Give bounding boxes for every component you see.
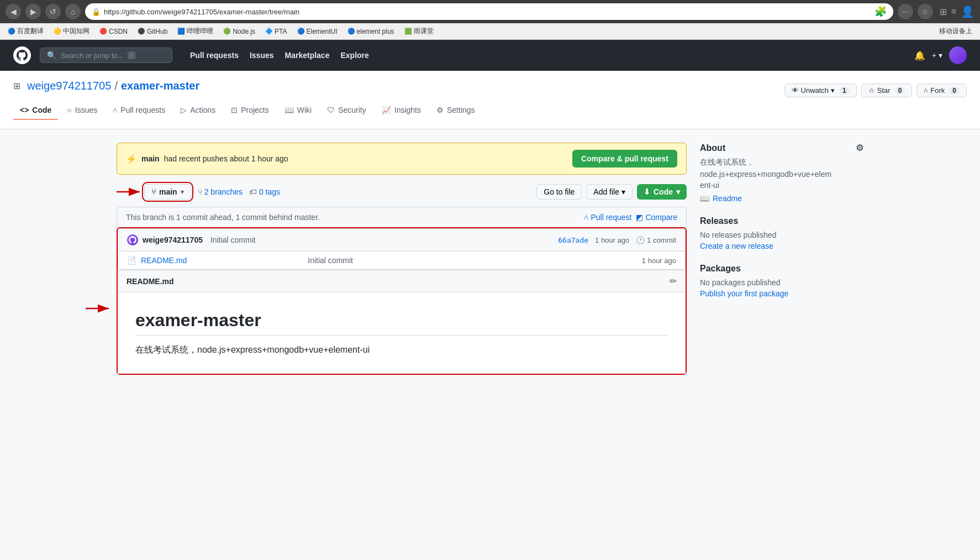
- bookmark-zhiwang[interactable]: 🟡 中国知网: [51, 25, 92, 37]
- branches-link[interactable]: ⑂ 2 branches: [198, 187, 243, 196]
- compare-link[interactable]: ◩ Compare: [636, 213, 677, 222]
- tab-projects[interactable]: ⊡ Projects: [224, 101, 276, 120]
- tab-settings[interactable]: ⚙ Settings: [430, 101, 482, 120]
- bookmark-yuketang[interactable]: 🟩 雨课堂: [402, 25, 436, 37]
- user-avatar[interactable]: [949, 46, 967, 64]
- branch-git-icon: ⑂: [151, 187, 156, 196]
- github-bm-icon: ⚫: [138, 28, 145, 35]
- security-tab-icon: 🛡: [327, 106, 335, 114]
- unwatch-button[interactable]: 👁 Unwatch ▾ 1: [784, 83, 857, 97]
- compare-pull-request-button[interactable]: Compare & pull request: [572, 150, 677, 168]
- bookmark-bilibili[interactable]: 🟦 哔哩哔哩: [175, 25, 215, 37]
- ahead-behind-actions: ⑃ Pull request ◩ Compare: [584, 213, 677, 222]
- branch-selector[interactable]: ⑂ main ▾: [144, 184, 191, 200]
- pull-request-link[interactable]: ⑃ Pull request: [584, 213, 631, 222]
- bookmark-pta[interactable]: 🔷 PTA: [263, 27, 289, 36]
- star-button[interactable]: ☆: [918, 4, 933, 19]
- home-button[interactable]: ⌂: [65, 4, 81, 19]
- bookmark-bilibili-label: 哔哩哔哩: [187, 27, 213, 36]
- pr-link-label: Pull request: [591, 213, 631, 222]
- star-icon: ☆: [868, 86, 875, 95]
- no-releases-text: No releases published: [700, 231, 863, 239]
- breadcrumb: ⊞ weige974211705 / examer-master: [13, 80, 199, 92]
- tags-link[interactable]: 🏷 0 tags: [249, 187, 280, 196]
- repo-header: ⊞ weige974211705 / examer-master 👁 Unwat…: [0, 71, 980, 129]
- repo-content: ⚡ main had recent pushes about 1 hour ag…: [117, 143, 687, 375]
- nav-marketplace[interactable]: Marketplace: [281, 48, 334, 63]
- commit-hash-link[interactable]: 66a7ade: [558, 236, 588, 244]
- about-gear-icon[interactable]: ⚙: [856, 143, 863, 153]
- bookmark-elementui[interactable]: 🔵 ElementUI: [295, 27, 340, 36]
- bookmark-baidu-label: 百度翻译: [17, 27, 44, 36]
- readme-edit-button[interactable]: ✏: [670, 276, 677, 286]
- files-readme-box: weige974211705 Initial commit 66a7ade 1 …: [117, 227, 687, 375]
- tab-code[interactable]: <> Code: [13, 101, 58, 120]
- tab-security[interactable]: 🛡 Security: [320, 101, 373, 120]
- tab-issues[interactable]: ○ Issues: [60, 101, 104, 120]
- menu-icon: ≡: [951, 7, 956, 17]
- add-file-button[interactable]: Add file ▾: [586, 184, 633, 200]
- commit-history-link[interactable]: 🕐 1 commit: [636, 236, 676, 244]
- about-section: About ⚙ 在线考试系统， node.js+express+mongodb+…: [700, 143, 863, 203]
- go-to-file-button[interactable]: Go to file: [536, 184, 582, 200]
- notification-bell[interactable]: 🔔: [914, 50, 925, 61]
- branch-arrow-wrapper: ⑂ main ▾: [117, 184, 191, 200]
- tab-issues-label: Issues: [75, 106, 97, 114]
- fork-button[interactable]: ⑃ Fork 0: [916, 83, 967, 97]
- bookmark-elementplus[interactable]: 🔵 element plus: [345, 27, 397, 36]
- search-box[interactable]: 🔍 Search or jump to... /: [40, 48, 172, 63]
- star-count: 0: [895, 87, 905, 95]
- alert-banner: ⚡ main had recent pushes about 1 hour ag…: [117, 143, 687, 175]
- tab-pull-requests[interactable]: ⑃ Pull requests: [106, 101, 172, 120]
- tab-wiki[interactable]: 📖 Wiki: [278, 101, 318, 120]
- commit-author-link[interactable]: weige974211705: [143, 235, 203, 244]
- nodejs-icon: 🟢: [223, 28, 231, 35]
- address-bar[interactable]: 🔒 https://github.com/weige974211705/exam…: [85, 3, 893, 20]
- repo-actions: 👁 Unwatch ▾ 1 ☆ Star 0 ⑃ Fork 0: [784, 83, 967, 97]
- back-button[interactable]: ◀: [6, 4, 21, 19]
- bookmark-csdn[interactable]: 🔴 CSDN: [97, 27, 130, 36]
- create-release-link[interactable]: Create a new release: [700, 242, 773, 250]
- tab-projects-label: Projects: [241, 106, 269, 114]
- ahead-behind-notice: This branch is 1 commit ahead, 1 commit …: [117, 207, 687, 227]
- forward-button[interactable]: ▶: [25, 4, 41, 19]
- sidebar-readme-link[interactable]: 📖 Readme: [700, 194, 863, 203]
- profile-icon[interactable]: 👤: [961, 5, 974, 18]
- about-label: About: [700, 143, 725, 153]
- repo-owner-link[interactable]: weige974211705: [27, 80, 111, 92]
- elementui-icon: 🔵: [297, 28, 305, 35]
- file-name-link[interactable]: README.md: [141, 256, 308, 265]
- bookmark-nodejs[interactable]: 🟢 Node.js: [221, 27, 257, 36]
- tab-wiki-label: Wiki: [297, 106, 312, 114]
- code-tab-icon: <>: [20, 106, 29, 114]
- alert-text: ⚡ main had recent pushes about 1 hour ag…: [126, 154, 288, 164]
- repo-name-link[interactable]: examer-master: [121, 80, 199, 92]
- code-button[interactable]: ⬇ Code ▾: [637, 184, 687, 200]
- wiki-tab-icon: 📖: [284, 106, 294, 114]
- commit-meta: 66a7ade 1 hour ago 🕐 1 commit: [558, 236, 676, 244]
- branch-chevron-icon: ▾: [181, 189, 184, 196]
- bookmark-github[interactable]: ⚫ GitHub: [135, 27, 170, 36]
- star-button[interactable]: ☆ Star 0: [861, 83, 913, 97]
- nav-pull-requests[interactable]: Pull requests: [186, 48, 243, 63]
- bookmark-baidu[interactable]: 🔵 百度翻译: [6, 25, 46, 37]
- github-logo[interactable]: [13, 46, 31, 64]
- reload-button[interactable]: ↺: [45, 4, 61, 19]
- bookmarks-bar: 🔵 百度翻译 🟡 中国知网 🔴 CSDN ⚫ GitHub 🟦 哔哩哔哩 🟢 N…: [0, 23, 980, 40]
- compare-link-label: Compare: [645, 213, 677, 222]
- tab-actions[interactable]: ▷ Actions: [174, 101, 222, 120]
- file-time: 1 hour ago: [642, 257, 676, 265]
- more-options-button[interactable]: ···: [898, 4, 913, 19]
- download-icon: ⬇: [644, 187, 650, 196]
- nav-issues[interactable]: Issues: [245, 48, 278, 63]
- tab-insights[interactable]: 📈 Insights: [375, 101, 428, 120]
- bookmark-elementplus-label: element plus: [357, 28, 394, 35]
- branch-name-label: main: [159, 187, 177, 196]
- bookmark-mobile[interactable]: 移动设备上: [937, 25, 974, 37]
- publish-package-link[interactable]: Publish your first package: [700, 289, 788, 298]
- bookmark-nodejs-label: Node.js: [233, 28, 255, 35]
- readme-header: README.md ✏: [118, 270, 686, 292]
- create-new-button[interactable]: + ▾: [932, 51, 942, 60]
- readme-link[interactable]: Readme: [713, 194, 742, 203]
- nav-explore[interactable]: Explore: [336, 48, 373, 63]
